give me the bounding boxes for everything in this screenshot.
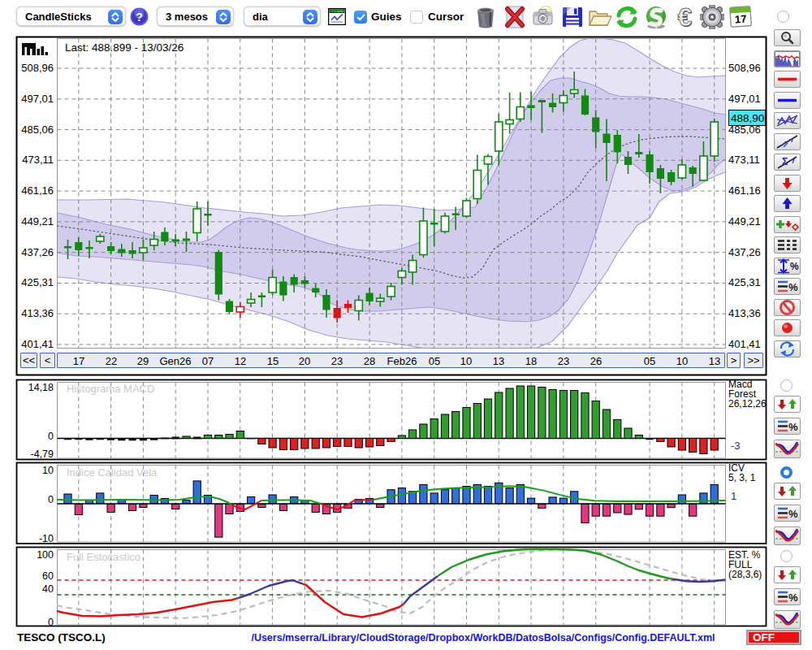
- svg-text:%: %: [788, 421, 798, 433]
- svg-text:%: %: [788, 508, 798, 520]
- svg-text:%: %: [788, 592, 798, 604]
- svg-text:Σ: Σ: [782, 156, 788, 167]
- svg-text:%: %: [790, 261, 799, 272]
- svg-text:%: %: [788, 281, 798, 293]
